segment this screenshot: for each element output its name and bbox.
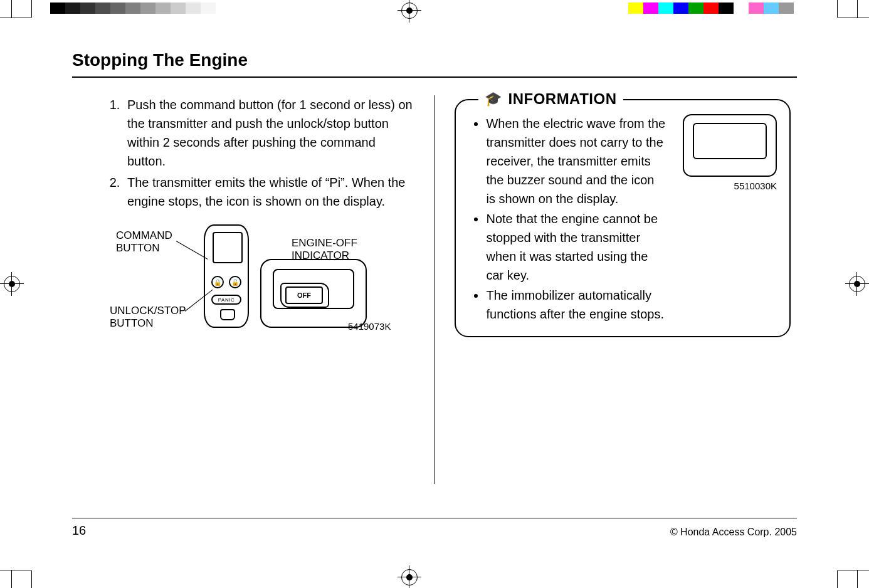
- swatch: [50, 3, 65, 14]
- swatch: [749, 3, 764, 14]
- remote-panic-button-icon: PANIC: [211, 295, 241, 305]
- swatch: [186, 3, 201, 14]
- information-box: 🎓 INFORMATION When the electric wave fro…: [455, 99, 791, 337]
- swatch: [216, 3, 231, 14]
- page-title: Stopping The Engine: [72, 50, 797, 76]
- small-display-inner-icon: [693, 123, 767, 159]
- page-number: 16: [72, 523, 86, 538]
- crop-mark: [857, 0, 858, 18]
- columns: Push the command button (for 1 second or…: [72, 95, 797, 484]
- left-column: Push the command button (for 1 second or…: [72, 95, 421, 484]
- registration-mark-icon: [401, 3, 418, 19]
- swatch: [95, 3, 110, 14]
- graduation-cap-icon: 🎓: [485, 91, 502, 107]
- information-figure: 5510030K: [677, 114, 777, 325]
- crop-mark: [837, 570, 838, 588]
- information-heading: 🎓 INFORMATION: [478, 90, 623, 108]
- registration-mark-icon: [401, 569, 418, 585]
- title-rule: [72, 76, 797, 78]
- swatch: [155, 3, 171, 14]
- right-column: 🎓 INFORMATION When the electric wave fro…: [448, 95, 797, 484]
- display-unit-icon: OFF: [260, 259, 367, 328]
- information-heading-label: INFORMATION: [508, 90, 616, 108]
- honda-logo-icon: [220, 309, 235, 320]
- lock-icon: 🔒: [214, 279, 221, 286]
- swatch: [110, 3, 125, 14]
- swatch: [719, 3, 734, 14]
- step-item: Push the command button (for 1 second or…: [124, 95, 414, 171]
- swatch: [688, 3, 703, 14]
- swatch: [125, 3, 140, 14]
- swatch: [140, 3, 155, 14]
- swatch: [703, 3, 719, 14]
- remote-lock-button-icon: 🔒: [211, 276, 224, 288]
- transmitter-remote-icon: 🔒 🔓 PANIC: [204, 224, 249, 328]
- label-command-button: COMMAND BUTTON: [116, 229, 172, 255]
- step-item: The transmitter emits the whistle of “Pi…: [124, 173, 414, 211]
- unlock-icon: 🔓: [231, 279, 239, 286]
- swatch: [734, 3, 749, 14]
- swatch: [764, 3, 779, 14]
- crop-mark: [838, 570, 869, 570]
- crop-mark: [838, 18, 869, 18]
- crop-mark: [11, 0, 12, 18]
- crop-mark: [0, 18, 31, 18]
- figure-image-code: 5419073K: [348, 321, 391, 332]
- information-item: Note that the engine cannot be stopped w…: [486, 209, 666, 285]
- registration-mark-icon: [849, 276, 865, 292]
- information-body: When the electric wave from the transmit…: [468, 114, 777, 325]
- swatch: [628, 3, 643, 14]
- label-unlock-stop-button: UNLOCK/STOP BUTTON: [110, 305, 186, 330]
- crop-mark: [31, 0, 32, 18]
- crop-mark: [11, 570, 12, 588]
- swatch: [658, 3, 673, 14]
- information-item: When the electric wave from the transmit…: [486, 114, 666, 208]
- crop-mark: [31, 570, 32, 588]
- content-area: Stopping The Engine Push the command but…: [72, 50, 797, 538]
- steps-list: Push the command button (for 1 second or…: [78, 95, 414, 211]
- swatch: [673, 3, 688, 14]
- engine-off-indicator-icon: OFF: [285, 286, 323, 304]
- swatch: [171, 3, 186, 14]
- crop-mark: [0, 570, 31, 570]
- callout-line: [176, 241, 208, 260]
- information-item: The immobilizer automatically functions …: [486, 286, 666, 323]
- information-image-code: 5510030K: [677, 181, 777, 191]
- swatch: [779, 3, 794, 14]
- cmyk-colorbar: [628, 3, 794, 14]
- small-display-icon: [683, 114, 777, 177]
- transmitter-figure: COMMAND BUTTON UNLOCK/STOP BUTTON ENGINE…: [78, 224, 414, 350]
- page-footer: 16 © Honda Access Corp. 2005: [72, 518, 797, 538]
- crop-mark: [837, 0, 838, 18]
- grayscale-colorbar: [50, 3, 231, 14]
- swatch: [201, 3, 216, 14]
- registration-mark-icon: [4, 276, 20, 292]
- remote-unlock-button-icon: 🔓: [229, 276, 241, 288]
- page-root: Stopping The Engine Push the command but…: [0, 0, 869, 588]
- swatch: [80, 3, 95, 14]
- swatch: [643, 3, 658, 14]
- remote-screen-icon: [213, 232, 243, 263]
- information-text: When the electric wave from the transmit…: [468, 114, 666, 325]
- column-divider: [434, 95, 435, 484]
- swatch: [65, 3, 80, 14]
- crop-mark: [857, 570, 858, 588]
- copyright: © Honda Access Corp. 2005: [670, 527, 797, 538]
- information-list: When the electric wave from the transmit…: [468, 114, 666, 323]
